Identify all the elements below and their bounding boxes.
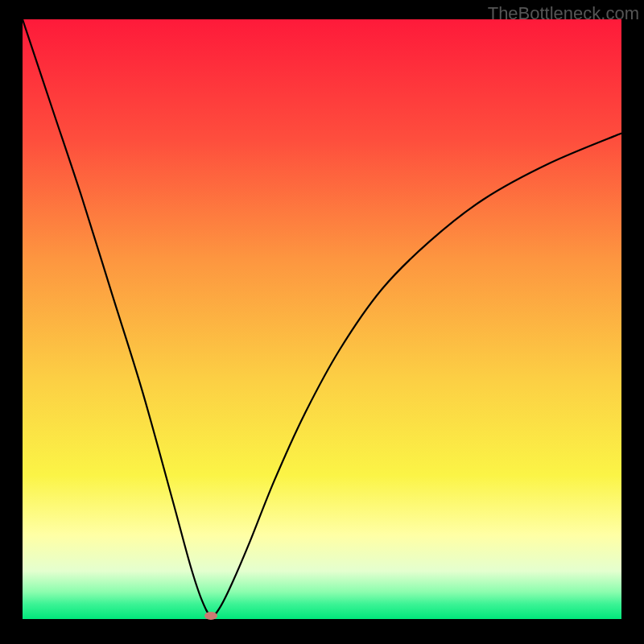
chart-gradient-bg <box>23 19 621 619</box>
svg-rect-0 <box>23 19 621 619</box>
chart-plot-area <box>23 19 621 619</box>
optimum-marker <box>204 612 217 620</box>
watermark-text: TheBottleneck.com <box>488 3 639 24</box>
